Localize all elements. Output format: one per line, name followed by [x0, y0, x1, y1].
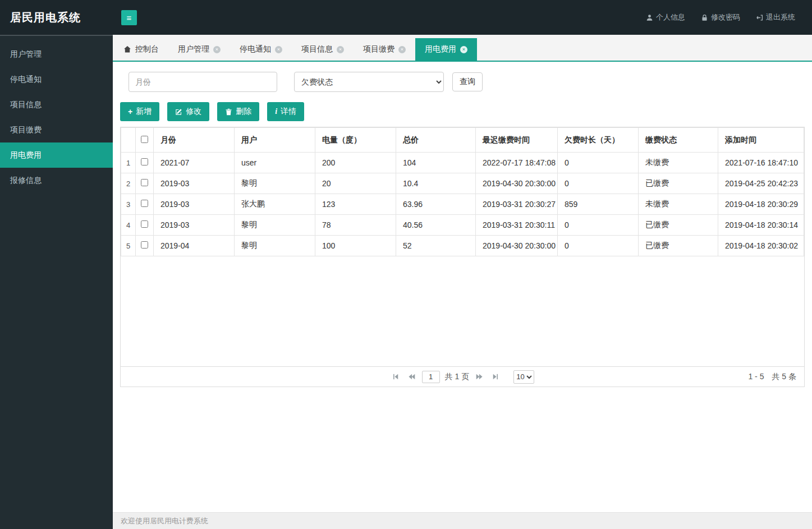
tab-close-icon[interactable]: × [275, 46, 282, 53]
tab-close-icon[interactable]: × [460, 46, 467, 53]
select-all-checkbox[interactable] [141, 136, 148, 143]
table-row[interactable]: 1 2021-07 user 200 104 2022-07-17 18:47:… [121, 153, 804, 173]
tab-close-icon[interactable]: × [337, 46, 344, 53]
sidebar-item-project-info[interactable]: 项目信息 [0, 92, 113, 117]
content: 欠费状态 查询 + 新增 修改 删除 i 详情 [113, 62, 812, 512]
row-select-cell [136, 215, 154, 236]
column-header-deadline: 最迟缴费时间 [476, 128, 558, 153]
main-area: 控制台 用户管理 × 停电通知 × 项目信息 × 项目缴费 × 用电费用 × [113, 35, 812, 529]
cell-deadline: 2019-03-31 20:30:27 [476, 194, 558, 215]
tab-label: 用户管理 [178, 44, 209, 54]
app-title: 居民用电系统 [0, 10, 113, 25]
cell-created: 2021-07-16 18:47:10 [718, 153, 804, 173]
tab-label: 项目缴费 [363, 44, 394, 54]
tab-outage-notice[interactable]: 停电通知 × [230, 38, 292, 61]
change-password-link[interactable]: 修改密码 [701, 12, 740, 22]
logout-link[interactable]: 退出系统 [756, 12, 795, 22]
table-row[interactable]: 5 2019-04 黎明 100 52 2019-04-30 20:30:00 … [121, 236, 804, 256]
add-button[interactable]: + 新增 [120, 102, 159, 121]
cell-status: 已缴费 [639, 215, 718, 236]
table-row[interactable]: 3 2019-03 张大鹏 123 63.96 2019-03-31 20:30… [121, 194, 804, 215]
row-seq: 3 [121, 194, 136, 215]
row-seq: 5 [121, 236, 136, 256]
sidebar-item-electricity-fee[interactable]: 用电费用 [0, 142, 113, 168]
edit-button[interactable]: 修改 [167, 102, 209, 121]
cell-month: 2019-03 [154, 173, 235, 194]
table-row[interactable]: 4 2019-03 黎明 78 40.56 2019-03-31 20:30:1… [121, 215, 804, 236]
arrears-status-select[interactable]: 欠费状态 [294, 72, 444, 92]
cell-overdue-days: 0 [558, 215, 639, 236]
row-select-cell [136, 153, 154, 173]
cell-status: 未缴费 [639, 153, 718, 173]
row-checkbox[interactable] [141, 179, 148, 186]
info-icon: i [275, 108, 277, 116]
tab-electricity-fee[interactable]: 用电费用 × [415, 38, 477, 61]
column-header-status: 缴费状态 [639, 128, 718, 153]
cell-total: 104 [396, 153, 476, 173]
tab-bar: 控制台 用户管理 × 停电通知 × 项目信息 × 项目缴费 × 用电费用 × [113, 35, 812, 62]
edit-button-label: 修改 [186, 107, 201, 117]
tab-label: 用电费用 [425, 44, 456, 54]
table-row[interactable]: 2 2019-03 黎明 20 10.4 2019-04-30 20:30:00… [121, 173, 804, 194]
row-select-cell [136, 194, 154, 215]
cell-month: 2019-03 [154, 215, 235, 236]
sidebar-item-user-management[interactable]: 用户管理 [0, 42, 113, 67]
row-select-cell [136, 173, 154, 194]
next-page-button[interactable] [474, 371, 485, 382]
cell-deadline: 2019-04-30 20:30:00 [476, 236, 558, 256]
cell-energy: 100 [315, 236, 396, 256]
row-checkbox[interactable] [141, 200, 148, 207]
plus-icon: + [128, 108, 132, 116]
action-toolbar: + 新增 修改 删除 i 详情 [120, 102, 805, 121]
last-page-button[interactable] [490, 371, 501, 382]
row-checkbox[interactable] [141, 158, 148, 165]
page-size-select[interactable]: 10 [513, 370, 534, 384]
sidebar-item-label: 停电通知 [10, 75, 42, 84]
row-checkbox[interactable] [141, 241, 148, 249]
tab-label: 控制台 [135, 44, 159, 54]
detail-button[interactable]: i 详情 [267, 102, 304, 121]
footer: 欢迎使用居民用电计费系统 [113, 512, 812, 529]
tab-project-info[interactable]: 项目信息 × [292, 38, 354, 61]
seq-column-header [121, 128, 136, 153]
tab-console[interactable]: 控制台 [114, 38, 168, 61]
row-seq: 4 [121, 215, 136, 236]
table-header-row: 月份 用户 电量（度） 总价 最迟缴费时间 欠费时长（天） 缴费状态 添加时间 [121, 128, 804, 153]
tab-close-icon[interactable]: × [398, 46, 406, 53]
select-all-header [136, 128, 154, 153]
cell-status: 已缴费 [639, 236, 718, 256]
data-grid: 月份 用户 电量（度） 总价 最迟缴费时间 欠费时长（天） 缴费状态 添加时间 [120, 127, 805, 387]
tab-user-management[interactable]: 用户管理 × [168, 38, 230, 61]
pagination-bar: 共 1 页 10 1 - 5 共 5 条 [121, 366, 804, 387]
sidebar-item-repair-info[interactable]: 报修信息 [0, 168, 113, 193]
search-button[interactable]: 查询 [452, 72, 483, 91]
topbar: 居民用电系统 ≡ 个人信息 修改密码 退出系统 [0, 0, 812, 35]
total-pages-label: 共 1 页 [445, 372, 470, 382]
month-filter-input[interactable] [129, 72, 277, 92]
sidebar-toggle-button[interactable]: ≡ [121, 10, 137, 25]
page-number-input[interactable] [422, 371, 440, 383]
cell-overdue-days: 859 [558, 194, 639, 215]
cell-energy: 78 [315, 215, 396, 236]
row-checkbox[interactable] [141, 220, 148, 228]
sidebar-item-outage-notice[interactable]: 停电通知 [0, 67, 113, 92]
sidebar-item-label: 项目信息 [10, 100, 42, 109]
cell-overdue-days: 0 [558, 236, 639, 256]
home-icon [123, 45, 131, 53]
delete-button-label: 删除 [236, 107, 251, 117]
cell-deadline: 2019-03-31 20:30:11 [476, 215, 558, 236]
row-select-cell [136, 236, 154, 256]
logout-icon [756, 14, 763, 21]
cell-user: 张大鹏 [235, 194, 315, 215]
sidebar-item-label: 报修信息 [10, 176, 42, 185]
profile-link[interactable]: 个人信息 [646, 12, 685, 22]
tab-close-icon[interactable]: × [213, 46, 221, 53]
first-page-button[interactable] [391, 371, 401, 382]
sidebar-item-project-payment[interactable]: 项目缴费 [0, 117, 113, 142]
prev-page-button[interactable] [406, 371, 417, 382]
cell-total: 63.96 [396, 194, 476, 215]
tab-label: 停电通知 [240, 44, 271, 54]
cell-overdue-days: 0 [558, 153, 639, 173]
tab-project-payment[interactable]: 项目缴费 × [354, 38, 415, 61]
delete-button[interactable]: 删除 [217, 102, 259, 121]
